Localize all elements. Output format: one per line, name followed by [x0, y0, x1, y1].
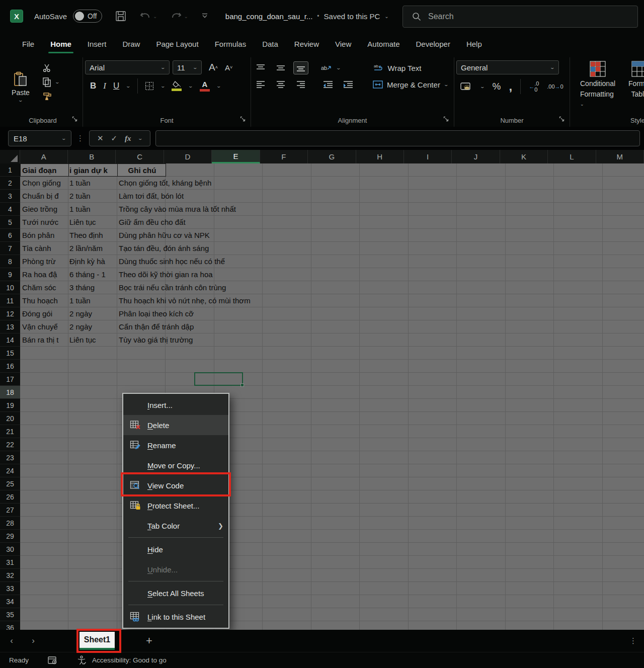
align-top-button[interactable]	[253, 61, 268, 74]
row-header-3[interactable]: 3	[0, 190, 20, 203]
accounting-format-button[interactable]	[460, 82, 472, 91]
row-header-1[interactable]: 1	[0, 163, 20, 177]
row-header-12[interactable]: 12	[0, 307, 20, 320]
row-header-32[interactable]: 32	[0, 569, 20, 582]
confirm-entry-button[interactable]: ✓	[111, 134, 117, 143]
number-format-select[interactable]: General ⌄	[456, 60, 559, 74]
row-header-29[interactable]: 29	[0, 530, 20, 543]
percent-style-button[interactable]: %	[493, 81, 501, 92]
row-header-10[interactable]: 10	[0, 281, 20, 294]
header-cell-C1[interactable]: Ghi chú	[117, 163, 166, 177]
header-cell-B1[interactable]: i gian dự k	[68, 163, 118, 177]
row-header-22[interactable]: 22	[0, 438, 20, 451]
column-header-F[interactable]: F	[260, 150, 308, 163]
undo-dropdown-icon[interactable]: ⌄	[153, 14, 157, 19]
row-header-30[interactable]: 30	[0, 543, 20, 556]
row-header-2[interactable]: 2	[0, 177, 20, 190]
excel-logo-icon[interactable]: X	[10, 10, 23, 23]
row-header-36[interactable]: 36	[0, 621, 20, 630]
underline-button[interactable]: U	[113, 81, 119, 91]
ribbon-tab-home[interactable]: Home	[42, 37, 79, 52]
accessibility-status[interactable]: Accessibility: Good to go	[92, 656, 167, 664]
document-title[interactable]: bang_cong_doan_sau_r...	[225, 12, 313, 21]
ribbon-tab-file[interactable]: File	[14, 37, 42, 52]
format-as-table-button[interactable]: Format Table	[628, 60, 644, 114]
ribbon-tab-formulas[interactable]: Formulas	[207, 37, 255, 52]
borders-dropdown-icon[interactable]: ⌄	[160, 84, 166, 89]
saved-status[interactable]: Saved to this PC	[324, 12, 380, 21]
menu-item-hide[interactable]: Hide	[123, 539, 228, 559]
saved-status-dropdown-icon[interactable]: ⌄	[384, 14, 388, 19]
row-header-6[interactable]: 6	[0, 229, 20, 242]
row-header-18[interactable]: 18	[0, 386, 20, 399]
fill-color-button[interactable]	[172, 81, 182, 91]
ribbon-tab-review[interactable]: Review	[286, 37, 327, 52]
column-header-G[interactable]: G	[308, 150, 356, 163]
row-header-4[interactable]: 4	[0, 203, 20, 216]
row-header-19[interactable]: 19	[0, 399, 20, 412]
ribbon-tab-draw[interactable]: Draw	[114, 37, 148, 52]
decrease-font-button[interactable]: A˅	[225, 63, 232, 72]
row-header-35[interactable]: 35	[0, 608, 20, 621]
merge-center-dropdown-icon[interactable]: ⌄	[443, 82, 449, 87]
row-header-13[interactable]: 13	[0, 320, 20, 333]
ribbon-tab-help[interactable]: Help	[458, 37, 490, 52]
number-dialog-launcher[interactable]	[559, 116, 565, 123]
font-size-select[interactable]: 11 ⌄	[173, 60, 202, 74]
row-header-5[interactable]: 5	[0, 216, 20, 229]
tab-bar-options-icon[interactable]: ⋮	[629, 636, 637, 645]
wrap-text-button[interactable]: ab Wrap Text	[374, 63, 422, 72]
cancel-entry-button[interactable]: ✕	[97, 134, 104, 143]
align-center-button[interactable]	[273, 78, 288, 91]
ribbon-tab-developer[interactable]: Developer	[408, 37, 458, 52]
cut-button[interactable]	[42, 63, 51, 72]
menu-item-tab-color[interactable]: Tab Color❯	[123, 516, 228, 536]
alignment-dialog-launcher[interactable]	[443, 116, 449, 123]
column-header-E[interactable]: E	[212, 150, 260, 163]
bold-button[interactable]: B	[90, 81, 96, 91]
row-header-7[interactable]: 7	[0, 242, 20, 255]
column-header-L[interactable]: L	[548, 150, 596, 163]
redo-button[interactable]: ⌄	[170, 11, 188, 22]
column-header-C[interactable]: C	[116, 150, 164, 163]
row-header-11[interactable]: 11	[0, 294, 20, 307]
paste-dropdown-icon[interactable]: ⌄	[18, 98, 24, 103]
underline-dropdown-icon[interactable]: ⌄	[126, 84, 131, 89]
select-all-corner[interactable]	[0, 150, 20, 163]
ribbon-tab-automate[interactable]: Automate	[359, 37, 408, 52]
accessibility-checker-button[interactable]	[77, 655, 87, 665]
quick-access-toolbar-button[interactable]	[201, 13, 208, 19]
decrease-indent-button[interactable]	[320, 78, 336, 91]
font-name-select[interactable]: Arial ⌄	[85, 60, 170, 74]
orientation-dropdown-icon[interactable]: ⌄	[336, 65, 341, 70]
format-painter-button[interactable]	[42, 92, 52, 101]
row-header-27[interactable]: 27	[0, 504, 20, 517]
row-header-15[interactable]: 15	[0, 347, 20, 360]
italic-button[interactable]: I	[103, 81, 106, 91]
search-input[interactable]: Search	[403, 6, 638, 28]
menu-item-rename[interactable]: Rename	[123, 435, 228, 455]
menu-item-insert[interactable]: Insert...	[123, 395, 228, 415]
ribbon-tab-insert[interactable]: Insert	[79, 37, 115, 52]
row-header-34[interactable]: 34	[0, 595, 20, 608]
accounting-dropdown-icon[interactable]: ⌄	[479, 84, 485, 89]
menu-item-delete[interactable]: Delete	[123, 415, 228, 435]
column-header-H[interactable]: H	[356, 150, 404, 163]
new-sheet-button[interactable]: +	[146, 634, 152, 647]
fill-handle[interactable]	[240, 383, 244, 387]
fill-color-dropdown-icon[interactable]: ⌄	[188, 84, 194, 89]
conditional-formatting-button[interactable]: Conditional Formatting ⌄	[580, 60, 615, 114]
font-color-dropdown-icon[interactable]: ⌄	[216, 84, 221, 89]
row-header-26[interactable]: 26	[0, 490, 20, 504]
row-header-33[interactable]: 33	[0, 582, 20, 595]
macro-record-button[interactable]	[48, 656, 58, 665]
row-header-31[interactable]: 31	[0, 556, 20, 569]
column-header-B[interactable]: B	[68, 150, 116, 163]
merge-center-button[interactable]: Merge & Center ⌄	[373, 80, 448, 89]
ribbon-tab-page-layout[interactable]: Page Layout	[148, 37, 206, 52]
selected-cell-E18[interactable]	[194, 372, 243, 386]
align-right-button[interactable]	[293, 78, 308, 91]
row-header-23[interactable]: 23	[0, 451, 20, 464]
column-header-J[interactable]: J	[452, 150, 500, 163]
row-header-21[interactable]: 21	[0, 425, 20, 438]
